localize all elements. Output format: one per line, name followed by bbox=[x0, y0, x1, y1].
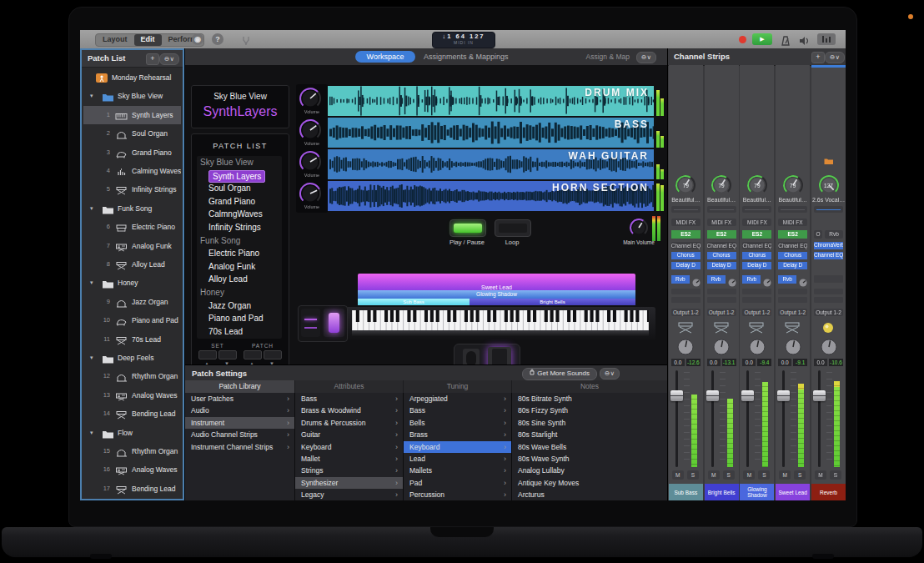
widget-set-header[interactable]: Sky Blue View bbox=[197, 156, 282, 169]
fader-cap[interactable] bbox=[741, 390, 754, 401]
patch-down-button[interactable] bbox=[244, 350, 262, 359]
send-slot[interactable]: Rvb bbox=[671, 275, 690, 284]
fader-cap[interactable] bbox=[777, 390, 790, 401]
insert-slot[interactable]: ChromaVerb bbox=[814, 242, 843, 249]
ps-row-synthesizer[interactable]: Synthesizer› bbox=[295, 477, 403, 489]
set-up-button[interactable] bbox=[218, 350, 237, 359]
channel-strip-sub-bass[interactable]: 79Beautiful…MIDI FXES2Channel EQChorusDe… bbox=[669, 65, 703, 500]
patch-list-row[interactable]: 17Bending Lead bbox=[83, 480, 181, 497]
main-volume-knob[interactable] bbox=[629, 218, 649, 238]
ps-row-bass[interactable]: Bass› bbox=[404, 405, 511, 416]
send-knob[interactable] bbox=[728, 275, 736, 284]
patch-list-action-menu[interactable]: ⊖∨ bbox=[159, 53, 179, 65]
patch-list-row[interactable]: ▾Deep Feels bbox=[83, 349, 181, 367]
send-knob[interactable] bbox=[692, 275, 701, 284]
ps-row-instrument-channel-strips[interactable]: Instrument Channel Strips› bbox=[185, 441, 294, 453]
ps-row-mallet[interactable]: Mallet› bbox=[295, 453, 403, 465]
feedback-icon[interactable]: ◉ bbox=[192, 33, 203, 45]
mode-layout[interactable]: Layout bbox=[96, 34, 134, 46]
ps-row-strings[interactable]: Strings› bbox=[295, 465, 403, 476]
patch-list-row[interactable]: 12Rhythm Organ bbox=[83, 367, 181, 385]
widget-patch-item[interactable]: Infinity Strings bbox=[197, 221, 282, 234]
aux-rvb-button[interactable]: Rvb bbox=[825, 230, 843, 239]
patch-list-row[interactable]: ▾Honey bbox=[83, 274, 181, 292]
widget-patch-item[interactable]: Analog Funk bbox=[197, 260, 282, 274]
channel-strips-action-menu[interactable]: ⊖∨ bbox=[825, 52, 845, 63]
layer-zone-bright-bells[interactable]: Bright Bells bbox=[470, 299, 635, 305]
ps-row-bass[interactable]: Bass› bbox=[295, 393, 403, 405]
send-knob[interactable] bbox=[763, 275, 771, 284]
strip-level-knob[interactable] bbox=[746, 174, 768, 196]
send-slot[interactable]: Rvb bbox=[742, 275, 761, 284]
patch-list-row[interactable]: 5Infinity Strings bbox=[83, 180, 181, 199]
strip-setting-button[interactable] bbox=[671, 206, 701, 213]
ps-tab-notes[interactable]: Notes bbox=[512, 380, 668, 393]
patch-list-row[interactable]: 1170s Lead bbox=[83, 330, 181, 349]
assign-map-label[interactable]: Assign & Map bbox=[586, 48, 630, 65]
layer-zone-sub-bass[interactable]: Sub Bass bbox=[358, 299, 470, 305]
output-slot[interactable]: Output 1-2 bbox=[671, 309, 701, 316]
pitch-mod-wheels[interactable] bbox=[298, 305, 348, 342]
mute-button[interactable]: M bbox=[672, 470, 684, 480]
tab-assignments-mappings[interactable]: Assignments & Mappings bbox=[424, 48, 509, 65]
insert-slot[interactable]: Chorus bbox=[742, 252, 771, 259]
ps-row-user-patches[interactable]: User Patches› bbox=[185, 393, 294, 405]
layer-zone-glowing-shadow[interactable]: Glowing Shadow bbox=[358, 290, 635, 299]
disclosure-icon[interactable]: ▾ bbox=[90, 424, 93, 442]
disclosure-icon[interactable]: ▾ bbox=[90, 349, 93, 367]
ps-row-lead[interactable]: Lead› bbox=[404, 453, 511, 465]
widget-patch-item[interactable]: Grand Piano bbox=[197, 195, 282, 209]
insert-slot[interactable]: Channel EQ bbox=[814, 252, 843, 259]
insert-slot[interactable]: Chorus bbox=[671, 252, 701, 259]
ps-row-brass[interactable]: Brass› bbox=[404, 429, 511, 440]
mode-edit[interactable]: Edit bbox=[134, 34, 162, 46]
play-button[interactable]: ▶ bbox=[752, 33, 772, 45]
ps-row-arcturus[interactable]: Arcturus bbox=[512, 489, 667, 500]
midi-fx-slot[interactable]: MIDI FX bbox=[671, 219, 701, 226]
tuner-icon[interactable] bbox=[242, 34, 250, 49]
patch-list-row[interactable]: 9Jazz Organ bbox=[83, 293, 181, 311]
ps-row-audio-channel-strips[interactable]: Audio Channel Strips› bbox=[185, 429, 294, 440]
patch-list-row[interactable]: 15Rhythm Organ bbox=[83, 442, 181, 460]
loop-screen-button[interactable] bbox=[495, 219, 531, 237]
output-slot[interactable]: Output 1-2 bbox=[742, 309, 771, 316]
ps-row-pad[interactable]: Pad› bbox=[404, 477, 511, 489]
pan-knob[interactable] bbox=[785, 339, 801, 355]
play-pause-screen-button[interactable] bbox=[449, 219, 486, 237]
pan-knob[interactable] bbox=[713, 339, 730, 355]
ps-row-antique-key-moves[interactable]: Antique Key Moves bbox=[512, 477, 667, 489]
track-horn-section[interactable]: HORN SECTION bbox=[328, 181, 654, 211]
workspace-action-menu[interactable]: ⊖∨ bbox=[636, 52, 656, 63]
strip-level-knob[interactable] bbox=[711, 174, 732, 196]
widget-patch-item[interactable]: Piano and Pad bbox=[197, 312, 282, 325]
disclosure-icon[interactable]: ▾ bbox=[90, 199, 93, 218]
midi-fx-slot[interactable]: MIDI FX bbox=[742, 219, 771, 226]
widget-patch-item[interactable]: Synth Layers bbox=[197, 169, 282, 183]
mute-button[interactable]: M bbox=[815, 470, 826, 480]
ps-row-audio[interactable]: Audio› bbox=[185, 405, 294, 416]
ps-row-80s-sine-synth[interactable]: 80s Sine Synth bbox=[512, 417, 667, 429]
fader-cap[interactable] bbox=[706, 390, 719, 401]
strip-name-plate[interactable]: Reverb bbox=[811, 484, 846, 500]
strip-name-plate[interactable]: Bright Bells bbox=[705, 484, 739, 500]
channel-strip-reverb[interactable]: 1272.6s Vocal…ORvbChromaVerbChannel EQOu… bbox=[811, 65, 846, 500]
widget-patch-item[interactable]: 70s Lead bbox=[197, 325, 282, 339]
midi-fx-slot[interactable]: MIDI FX bbox=[707, 219, 736, 226]
ps-row-legacy[interactable]: Legacy› bbox=[295, 489, 403, 500]
send-knob[interactable] bbox=[799, 275, 807, 284]
insert-slot[interactable]: Delay D bbox=[671, 262, 701, 269]
patch-list-row[interactable]: 4Calming Waves bbox=[83, 162, 181, 180]
track-volume-knob[interactable] bbox=[299, 87, 322, 110]
tab-workspace[interactable]: Workspace bbox=[355, 51, 415, 63]
solo-button[interactable]: S bbox=[830, 470, 841, 480]
insert-slot[interactable]: Channel EQ bbox=[778, 242, 807, 249]
ps-row-80s-fizzy-synth[interactable]: 80s Fizzy Synth bbox=[512, 405, 667, 416]
strip-setting-button[interactable] bbox=[778, 206, 807, 213]
instrument-slot[interactable]: ES2 bbox=[778, 230, 807, 239]
mute-button[interactable]: M bbox=[779, 470, 791, 480]
insert-slot[interactable]: Channel EQ bbox=[707, 242, 736, 249]
levels-icon[interactable] bbox=[817, 33, 836, 45]
insert-slot[interactable]: Delay D bbox=[742, 262, 771, 269]
pan-knob[interactable] bbox=[821, 339, 837, 355]
ps-row-percussion[interactable]: Percussion› bbox=[404, 489, 511, 500]
